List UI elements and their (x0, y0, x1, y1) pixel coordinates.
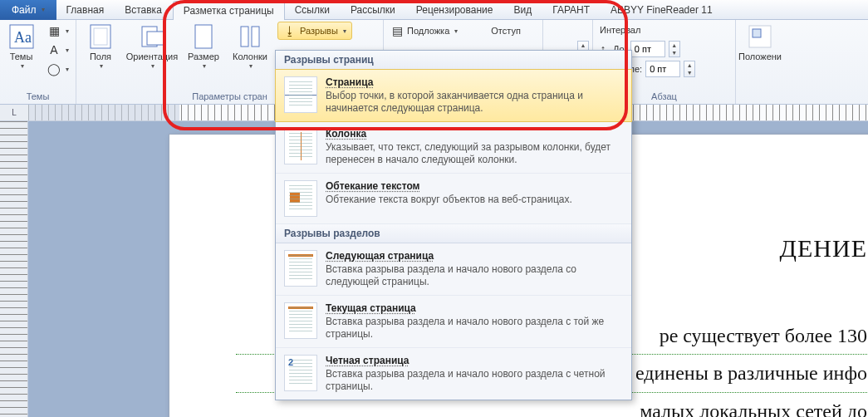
chevron-down-icon: ▾ (454, 27, 458, 35)
tab-page-layout[interactable]: Разметка страницы (173, 1, 285, 21)
tab-home[interactable]: Главная (56, 0, 115, 20)
gallery-item-page[interactable]: Страница Выбор точки, в которой заканчив… (275, 69, 632, 122)
column-break-icon (284, 128, 317, 164)
theme-colors-button[interactable]: ▦▾ (44, 22, 72, 40)
gallery-item-continuous[interactable]: Текущая страница Вставка разрыва раздела… (276, 296, 631, 348)
gallery-item-title: Страница (326, 76, 623, 88)
tab-review[interactable]: Рецензирование (406, 0, 504, 20)
textwrap-break-icon (284, 180, 317, 217)
svg-text:Aa: Aa (14, 29, 32, 46)
spacing-after-input[interactable] (645, 61, 680, 77)
svg-rect-7 (241, 27, 248, 47)
themes-sub-buttons: ▦▾ A▾ ◯▾ (44, 22, 72, 78)
page-break-icon (284, 76, 317, 113)
position-icon (747, 23, 773, 50)
tab-insert[interactable]: Вставка (115, 0, 173, 20)
theme-effects-button[interactable]: ◯▾ (44, 60, 72, 78)
themes-label: Темы (10, 52, 33, 61)
position-button[interactable]: Положени (739, 22, 781, 63)
breaks-button[interactable]: ⭳ Разрывы ▾ (277, 22, 352, 40)
breaks-icon: ⭳ (283, 24, 297, 37)
gallery-item-title: Обтекание текстом (326, 180, 572, 192)
size-button[interactable]: Размер▾ (183, 22, 224, 72)
gallery-item-textwrap[interactable]: Обтекание текстом Обтекание текста вокру… (276, 174, 631, 224)
margins-icon (87, 23, 114, 50)
watermark-button[interactable]: ▤ Подложка ▾ (387, 22, 461, 40)
columns-button[interactable]: Колонки▾ (229, 22, 271, 72)
svg-rect-10 (753, 29, 761, 37)
group-themes-label: Темы (3, 90, 72, 104)
gallery-item-desc: Вставка разрыва раздела и начало нового … (326, 316, 623, 341)
theme-fonts-button[interactable]: A▾ (44, 41, 72, 59)
svg-rect-5 (147, 32, 164, 45)
gallery-item-title: Четная страница (326, 355, 623, 366)
tab-view[interactable]: Вид (503, 0, 542, 20)
chevron-down-icon: ▾ (343, 27, 346, 35)
spinner-buttons[interactable]: ▲▼ (684, 61, 695, 77)
gallery-item-title: Текущая страница (326, 302, 623, 314)
group-themes: Aa Темы ▾ ▦▾ A▾ ◯▾ Темы (0, 20, 76, 104)
indent-label: Отступ (491, 26, 521, 36)
chevron-down-icon: ▾ (42, 6, 45, 13)
gallery-item-desc: Указывает, что текст, следующий за разры… (326, 141, 623, 166)
gallery-heading-page-breaks: Разрывы страниц (276, 51, 631, 70)
gallery-item-column[interactable]: Колонка Указывает, что текст, следующий … (276, 121, 631, 174)
svg-rect-8 (252, 27, 259, 47)
tab-file-label: Файл (12, 4, 37, 16)
svg-rect-6 (195, 25, 212, 48)
font-icon: A (47, 43, 61, 56)
vertical-ruler[interactable] (0, 121, 28, 417)
ribbon-tabstrip: Файл ▾ Главная Вставка Разметка страницы… (0, 0, 868, 20)
section-continuous-icon (284, 302, 317, 339)
chevron-down-icon: ▾ (66, 47, 69, 54)
tab-references[interactable]: Ссылки (285, 0, 341, 20)
tab-abbyy[interactable]: ABBYY FineReader 11 (601, 0, 723, 20)
gallery-item-desc: Вставка разрыва раздела и начало нового … (326, 368, 623, 393)
themes-button[interactable]: Aa Темы ▾ (3, 22, 39, 72)
palette-icon: ▦ (47, 24, 61, 37)
gallery-item-even-page[interactable]: 2 Четная страница Вставка разрыва раздел… (276, 348, 631, 400)
gallery-heading-section-breaks: Разрывы разделов (276, 224, 631, 243)
spacing-before-input[interactable] (630, 41, 665, 57)
gallery-item-desc: Выбор точки, в которой заканчивается одн… (326, 90, 623, 115)
page-setup-small-buttons: ⭳ Разрывы ▾ (277, 22, 352, 40)
gallery-item-next-page[interactable]: Следующая страница Вставка разрыва разде… (276, 243, 631, 296)
chevron-down-icon: ▾ (151, 63, 154, 71)
ruler-corner[interactable]: L (0, 105, 28, 120)
chevron-down-icon: ▾ (203, 63, 206, 71)
orientation-icon (139, 23, 165, 50)
chevron-down-icon: ▾ (100, 63, 103, 71)
chevron-down-icon: ▾ (249, 63, 253, 71)
gallery-item-title: Следующая страница (326, 250, 623, 262)
effects-icon: ◯ (47, 62, 61, 76)
section-nextpage-icon (284, 250, 317, 287)
interval-heading: Интервал (600, 25, 640, 35)
orientation-button[interactable]: Ориентация▾ (126, 22, 178, 72)
breaks-gallery: Разрывы страниц Страница Выбор точки, в … (275, 50, 632, 400)
watermark-icon: ▤ (390, 24, 404, 37)
gallery-item-desc: Обтекание текста вокруг объектов на веб-… (326, 194, 572, 206)
margins-button[interactable]: Поля▾ (80, 22, 121, 72)
columns-icon (237, 23, 263, 50)
group-arrange: Положени (736, 20, 794, 104)
tab-garant[interactable]: ГАРАНТ (542, 0, 601, 20)
themes-icon: Aa (8, 23, 35, 50)
chevron-down-icon: ▾ (66, 27, 69, 35)
tab-file[interactable]: Файл ▾ (0, 0, 56, 20)
section-evenpage-icon: 2 (284, 355, 317, 391)
gallery-item-desc: Вставка разрыва раздела и начало нового … (326, 263, 623, 288)
tab-mailings[interactable]: Рассылки (341, 0, 406, 20)
chevron-down-icon: ▾ (66, 66, 69, 73)
gallery-item-title: Колонка (326, 128, 623, 140)
spinner-buttons[interactable]: ▲▼ (669, 41, 680, 57)
chevron-down-icon: ▾ (21, 63, 24, 71)
page-size-icon (190, 23, 217, 50)
